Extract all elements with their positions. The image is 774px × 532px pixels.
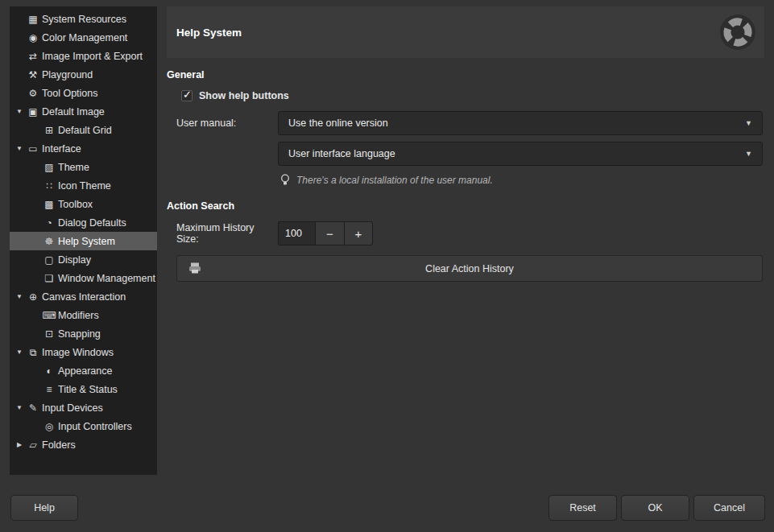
increment-button[interactable]: + (344, 221, 373, 245)
sidebar-item-label: Folders (42, 439, 76, 451)
sidebar-item-label: Interface (42, 143, 81, 155)
max-history-size-label: Maximum History Size: (176, 222, 278, 245)
sidebar-item-interface[interactable]: ▼ ▭ Interface (10, 139, 157, 158)
sidebar-item-label: Snapping (58, 328, 101, 340)
sidebar-item-label: Input Controllers (58, 421, 132, 432)
lightbulb-icon (280, 174, 290, 186)
image-import-export-icon: ⇄ (26, 51, 40, 62)
sidebar-item-label: Image Windows (42, 347, 114, 358)
sidebar-item-tool-options[interactable]: ⚙ Tool Options (10, 84, 157, 102)
action-search-section-title: Action Search (167, 200, 764, 212)
sidebar-item-image-import-export[interactable]: ⇄ Image Import & Export (10, 47, 157, 65)
sidebar-item-label: Canvas Interaction (42, 291, 126, 303)
default-image-icon: ▣ (26, 106, 40, 118)
sidebar-item-label: Title & Status (58, 384, 118, 395)
sidebar-item-dialog-defaults[interactable]: ◔ Dialog Defaults (10, 213, 157, 232)
sidebar-item-label: Tool Options (42, 88, 97, 99)
modifiers-icon: ⌨ (42, 310, 56, 321)
sidebar-item-snapping[interactable]: ⊡ Snapping (10, 324, 157, 343)
sidebar-item-display[interactable]: ▢ Display (10, 250, 157, 269)
sidebar-item-label: Color Management (42, 32, 127, 43)
canvas-interaction-icon: ⊕ (26, 291, 40, 303)
page-title: Help System (176, 27, 242, 39)
user-manual-value: Use the online version (288, 118, 745, 129)
general-section-title: General (167, 69, 764, 80)
sidebar-list: ▦ System Resources ◉ Color Management ⇄ … (10, 10, 157, 454)
sidebar-item-image-windows[interactable]: ▼ ⧉ Image Windows (10, 343, 157, 361)
manual-info-row: There's a local installation of the user… (280, 174, 764, 186)
sidebar-item-playground[interactable]: ⚒ Playground (10, 65, 157, 84)
expander-icon[interactable]: ▼ (13, 348, 26, 356)
sidebar-item-icon-theme[interactable]: ∷ Icon Theme (10, 176, 157, 195)
sidebar-item-title-status[interactable]: ≡ Title & Status (10, 380, 157, 398)
dialog-defaults-icon: ◔ (42, 217, 56, 229)
expander-icon[interactable]: ▼ (13, 145, 26, 152)
sidebar-item-toolbox[interactable]: ▩ Toolbox (10, 195, 157, 213)
sidebar-item-label: Window Management (58, 273, 155, 284)
user-manual-dropdown[interactable]: Use the online version ▼ (278, 111, 763, 135)
ok-button[interactable]: OK (621, 495, 689, 521)
image-windows-icon: ⧉ (26, 347, 40, 358)
sidebar-item-appearance[interactable]: ◐ Appearance (10, 361, 157, 380)
sidebar-item-default-grid[interactable]: ⊞ Default Grid (10, 121, 157, 139)
expander-icon[interactable]: ▼ (13, 293, 26, 300)
sidebar-item-label: Help System (58, 236, 115, 247)
decrement-button[interactable]: − (315, 221, 344, 245)
help-button[interactable]: Help (10, 495, 78, 521)
expander-icon[interactable]: ▼ (13, 404, 26, 411)
reset-button[interactable]: Reset (548, 495, 617, 521)
user-interface-language-dropdown[interactable]: User interface language ▼ (278, 142, 763, 166)
sidebar-item-label: Theme (58, 162, 89, 173)
sidebar-item-system-resources[interactable]: ▦ System Resources (10, 10, 157, 28)
cancel-button[interactable]: Cancel (693, 495, 765, 521)
manual-info-text: There's a local installation of the user… (296, 175, 493, 186)
playground-icon: ⚒ (26, 69, 40, 80)
max-history-size-input[interactable]: 100 (278, 221, 315, 245)
sidebar-item-theme[interactable]: ▨ Theme (10, 158, 157, 176)
input-devices-icon: ✎ (26, 402, 40, 414)
system-resources-icon: ▦ (26, 14, 40, 25)
sidebar-item-label: Appearance (58, 365, 112, 377)
theme-icon: ▨ (42, 162, 56, 173)
show-help-buttons-label: Show help buttons (199, 90, 289, 101)
interface-icon: ▭ (26, 143, 40, 155)
sidebar-item-label: Dialog Defaults (58, 217, 126, 229)
expander-icon[interactable]: ▼ (13, 108, 26, 115)
toolbox-icon: ▩ (42, 199, 56, 210)
show-help-buttons-row[interactable]: Show help buttons (181, 90, 764, 101)
sidebar-item-default-image[interactable]: ▼ ▣ Default Image (10, 102, 157, 121)
clear-action-history-label: Clear Action History (425, 263, 514, 274)
tool-options-icon: ⚙ (26, 88, 40, 99)
sidebar-item-label: System Resources (42, 14, 126, 25)
show-help-buttons-checkbox[interactable] (181, 90, 192, 101)
language-value: User interface language (288, 148, 745, 159)
preferences-tree: ▦ System Resources ◉ Color Management ⇄ … (10, 6, 157, 475)
page-header: Help System (167, 6, 764, 58)
clear-action-history-button[interactable]: Clear Action History (176, 255, 763, 282)
folders-icon: ▱ (26, 439, 40, 451)
appearance-icon: ◐ (42, 365, 56, 377)
sidebar-item-label: Icon Theme (58, 180, 111, 192)
snapping-icon: ⊡ (42, 328, 56, 340)
expander-icon[interactable]: ▶ (13, 441, 26, 448)
sidebar-item-window-management[interactable]: ❏ Window Management (10, 269, 157, 287)
default-grid-icon: ⊞ (42, 125, 56, 136)
clear-history-icon (188, 262, 201, 274)
sidebar-item-label: Default Image (42, 106, 105, 118)
sidebar-item-label: Playground (42, 69, 93, 80)
sidebar-item-help-system[interactable]: ☸ Help System (10, 232, 157, 250)
sidebar-item-input-devices[interactable]: ▼ ✎ Input Devices (10, 398, 157, 417)
sidebar-item-folders[interactable]: ▶ ▱ Folders (10, 435, 157, 454)
help-system-icon (719, 14, 756, 51)
sidebar-item-label: Modifiers (58, 310, 99, 321)
sidebar-item-canvas-interaction[interactable]: ▼ ⊕ Canvas Interaction (10, 287, 157, 306)
sidebar-item-label: Image Import & Export (42, 51, 143, 62)
sidebar-item-input-controllers[interactable]: ◎ Input Controllers (10, 417, 157, 435)
window-management-icon: ❏ (42, 273, 56, 284)
sidebar-item-modifiers[interactable]: ⌨ Modifiers (10, 306, 157, 324)
help-system-panel: General Show help buttons User manual: U… (167, 58, 764, 282)
input-controllers-icon: ◎ (42, 421, 56, 432)
sidebar-item-color-management[interactable]: ◉ Color Management (10, 28, 157, 47)
chevron-down-icon: ▼ (745, 119, 752, 127)
sidebar-item-label: Display (58, 254, 91, 266)
